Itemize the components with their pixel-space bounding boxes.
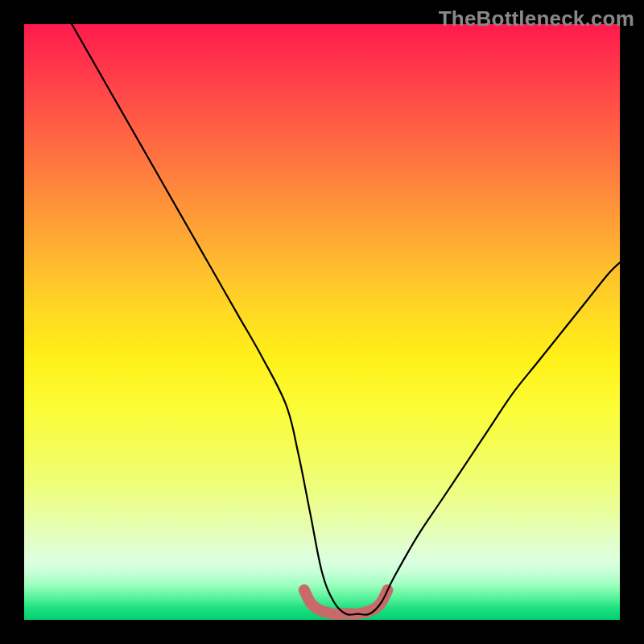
bottleneck-curve-line xyxy=(72,24,620,615)
chart-container: TheBottleneck.com xyxy=(0,0,644,644)
curve-svg xyxy=(24,24,620,620)
plot-area xyxy=(24,24,620,620)
watermark-text: TheBottleneck.com xyxy=(439,6,634,31)
